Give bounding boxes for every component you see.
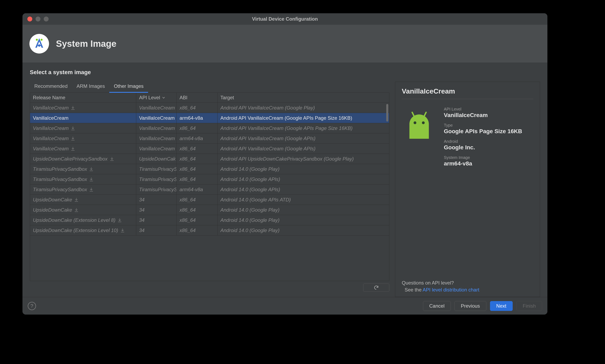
cancel-button[interactable]: Cancel (423, 301, 451, 311)
table-row[interactable]: UpsideDownCake (Extension Level 10)34x86… (30, 225, 389, 235)
cell-target: Android API VanillaIceCream (Google APIs… (218, 113, 389, 123)
column-target[interactable]: Target (218, 93, 389, 103)
minimize-window-button[interactable] (36, 16, 40, 21)
download-icon[interactable] (71, 146, 75, 151)
download-icon[interactable] (71, 106, 75, 110)
download-icon[interactable] (110, 157, 114, 161)
download-icon[interactable] (71, 136, 75, 141)
table-row[interactable]: UpsideDownCake34x86_64Android 14.0 (Goog… (30, 205, 389, 215)
table-row[interactable]: UpsideDownCakePrivacySandboxUpsideDownCa… (30, 154, 389, 164)
cell-target: Android 14.0 (Google Play) (218, 205, 389, 215)
cell-api: VanillaIceCream (136, 133, 177, 143)
svg-point-5 (422, 121, 425, 124)
svg-point-4 (414, 121, 416, 124)
cell-abi: x86_64 (177, 123, 218, 133)
cell-target: Android 14.0 (Google Play) (218, 164, 389, 174)
cell-release: UpsideDownCakePrivacySandbox (30, 154, 136, 164)
tab-other-images[interactable]: Other Images (109, 82, 148, 93)
table-row[interactable]: VanillaIceCreamVanillaIceCreamarm64-v8aA… (30, 113, 389, 123)
scrollbar-thumb[interactable] (386, 104, 388, 121)
left-column: Recommended ARM Images Other Images Rele… (30, 82, 389, 297)
download-icon[interactable] (89, 187, 93, 192)
tabs: Recommended ARM Images Other Images (30, 82, 389, 93)
table-row[interactable]: VanillaIceCreamVanillaIceCreamx86_64Andr… (30, 103, 389, 113)
android-icon (402, 107, 437, 280)
download-icon[interactable] (117, 218, 122, 222)
android-value: Google Inc. (444, 144, 522, 151)
tab-recommended[interactable]: Recommended (30, 82, 72, 93)
cell-release: VanillaIceCream (30, 123, 136, 133)
system-image-table: Release Name API Level ABI Target Vanill… (30, 93, 389, 281)
detail-title: VanillaIceCream (402, 87, 533, 99)
cell-abi: x86_64 (177, 164, 218, 174)
refresh-button[interactable] (363, 284, 389, 292)
table-row[interactable]: VanillaIceCreamVanillaIceCreamx86_64Andr… (30, 123, 389, 133)
svg-line-3 (424, 112, 426, 117)
api-level-label: API Level (444, 107, 522, 112)
cell-api: VanillaIceCream (136, 103, 177, 113)
finish-button: Finish (516, 301, 542, 311)
help-button[interactable]: ? (28, 302, 36, 310)
cell-release: UpsideDownCake (Extension Level 8) (30, 215, 136, 225)
table-body: VanillaIceCreamVanillaIceCreamx86_64Andr… (30, 103, 389, 281)
body-row: Recommended ARM Images Other Images Rele… (30, 82, 540, 297)
download-icon[interactable] (89, 167, 93, 171)
download-icon[interactable] (71, 126, 75, 130)
api-level-value: VanillaIceCream (444, 112, 522, 118)
cell-abi: x86_64 (177, 225, 218, 235)
zoom-window-button[interactable] (44, 16, 49, 21)
column-release-name[interactable]: Release Name (30, 93, 136, 103)
cell-api: VanillaIceCream (136, 143, 177, 154)
svg-line-2 (412, 112, 414, 117)
table-row[interactable]: UpsideDownCake (Extension Level 8)34x86_… (30, 215, 389, 225)
cell-target: Android API VanillaIceCream (Google Play… (218, 103, 389, 113)
system-image-label: System Image (444, 155, 522, 160)
cell-api: TiramisuPrivacyS (136, 184, 177, 195)
dialog-window: Virtual Device Configuration System Imag… (23, 13, 547, 314)
cell-abi: x86_64 (177, 154, 218, 164)
android-label: Android (444, 139, 522, 144)
table-row[interactable]: VanillaIceCreamVanillaIceCreamarm64-v8aA… (30, 133, 389, 143)
tab-arm-images[interactable]: ARM Images (72, 82, 109, 93)
cell-target: Android API VanillaIceCream (Google APIs… (218, 133, 389, 143)
download-icon[interactable] (74, 197, 79, 202)
table-row[interactable]: TiramisuPrivacySandboxTiramisuPrivacySx8… (30, 164, 389, 174)
cell-target: Android API UpsideDownCakePrivacySandbox… (218, 154, 389, 164)
footer: ? Cancel Previous Next Finish (23, 297, 547, 314)
table-row[interactable]: TiramisuPrivacySandboxTiramisuPrivacySx8… (30, 174, 389, 184)
cell-api: 34 (136, 225, 177, 235)
close-window-button[interactable] (27, 16, 32, 21)
download-icon[interactable] (89, 177, 93, 182)
cell-release: TiramisuPrivacySandbox (30, 184, 136, 195)
cell-abi: arm64-v8a (177, 184, 218, 195)
cell-api: 34 (136, 195, 177, 205)
window-controls (27, 16, 49, 21)
table-row[interactable]: UpsideDownCake34x86_64Android 14.0 (Goog… (30, 195, 389, 205)
cell-api: TiramisuPrivacyS (136, 174, 177, 184)
cell-release: UpsideDownCake (30, 205, 136, 215)
cell-api: 34 (136, 205, 177, 215)
cell-release: VanillaIceCream (30, 143, 136, 154)
detail-panel: VanillaIceCream API LevelVanillaIceCream (395, 82, 540, 297)
download-icon[interactable] (74, 208, 79, 212)
column-api-level[interactable]: API Level (136, 93, 177, 103)
type-value: Google APIs Page Size 16KB (444, 128, 522, 135)
cell-abi: x86_64 (177, 195, 218, 205)
download-icon[interactable] (120, 228, 125, 233)
previous-button[interactable]: Previous (454, 301, 486, 311)
table-row[interactable]: VanillaIceCreamVanillaIceCreamx86_64Andr… (30, 143, 389, 154)
questions-prefix: See the (405, 287, 423, 293)
cell-api: UpsideDownCak (136, 154, 177, 164)
window-title: Virtual Device Configuration (23, 16, 547, 22)
cell-abi: x86_64 (177, 215, 218, 225)
cell-abi: x86_64 (177, 174, 218, 184)
page-title: System Image (56, 39, 116, 49)
cell-api: 34 (136, 215, 177, 225)
header-banner: System Image (23, 25, 547, 63)
api-level-distribution-link[interactable]: API level distribution chart (423, 287, 479, 293)
table-row[interactable]: TiramisuPrivacySandboxTiramisuPrivacySar… (30, 184, 389, 195)
column-abi[interactable]: ABI (177, 93, 218, 103)
cell-release: UpsideDownCake (30, 195, 136, 205)
cell-target: Android 14.0 (Google APIs) (218, 174, 389, 184)
next-button[interactable]: Next (490, 301, 513, 311)
